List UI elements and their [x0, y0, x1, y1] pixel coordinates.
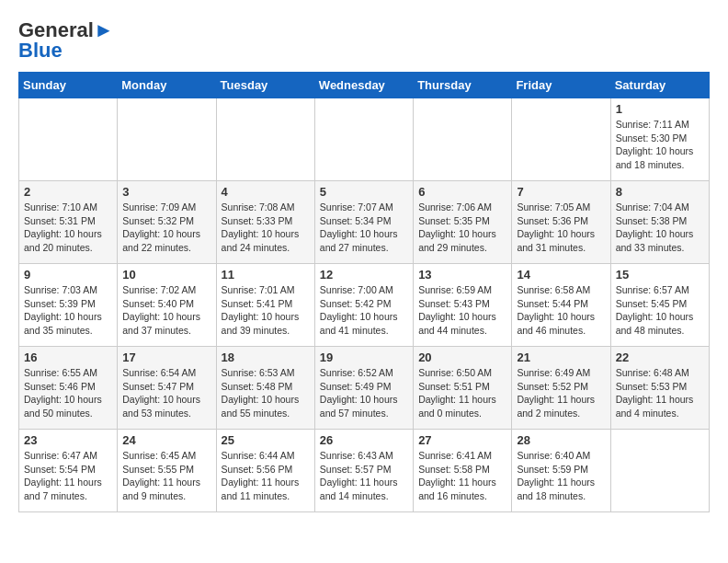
header-friday: Friday — [512, 73, 610, 98]
calendar-cell — [512, 98, 610, 181]
calendar-cell: 11Sunrise: 7:01 AM Sunset: 5:41 PM Dayli… — [216, 264, 314, 347]
day-info: Sunrise: 7:11 AM Sunset: 5:30 PM Dayligh… — [616, 118, 704, 172]
calendar-cell: 22Sunrise: 6:48 AM Sunset: 5:53 PM Dayli… — [610, 347, 709, 430]
day-number: 8 — [616, 185, 704, 199]
header: General► Blue — [18, 18, 710, 63]
day-info: Sunrise: 7:08 AM Sunset: 5:33 PM Dayligh… — [222, 201, 310, 255]
day-info: Sunrise: 6:52 AM Sunset: 5:49 PM Dayligh… — [320, 366, 408, 420]
calendar-cell: 5Sunrise: 7:07 AM Sunset: 5:34 PM Daylig… — [314, 181, 413, 264]
calendar-cell: 3Sunrise: 7:09 AM Sunset: 5:32 PM Daylig… — [118, 181, 216, 264]
calendar-cell — [19, 98, 118, 181]
day-number: 24 — [122, 433, 210, 447]
day-number: 4 — [222, 185, 310, 199]
calendar-cell: 27Sunrise: 6:41 AM Sunset: 5:58 PM Dayli… — [414, 430, 512, 512]
header-saturday: Saturday — [610, 73, 709, 98]
day-info: Sunrise: 7:10 AM Sunset: 5:31 PM Dayligh… — [24, 201, 112, 255]
day-info: Sunrise: 7:05 AM Sunset: 5:36 PM Dayligh… — [517, 201, 605, 255]
calendar-cell: 26Sunrise: 6:43 AM Sunset: 5:57 PM Dayli… — [314, 430, 413, 512]
day-info: Sunrise: 6:49 AM Sunset: 5:52 PM Dayligh… — [517, 366, 605, 420]
day-number: 5 — [320, 185, 408, 199]
day-info: Sunrise: 7:09 AM Sunset: 5:32 PM Dayligh… — [122, 201, 210, 255]
week-row-4: 16Sunrise: 6:55 AM Sunset: 5:46 PM Dayli… — [19, 347, 710, 430]
calendar-cell: 19Sunrise: 6:52 AM Sunset: 5:49 PM Dayli… — [314, 347, 413, 430]
calendar-cell: 2Sunrise: 7:10 AM Sunset: 5:31 PM Daylig… — [19, 181, 118, 264]
calendar-cell: 28Sunrise: 6:40 AM Sunset: 5:59 PM Dayli… — [512, 430, 610, 512]
day-number: 20 — [418, 350, 506, 364]
week-row-3: 9Sunrise: 7:03 AM Sunset: 5:39 PM Daylig… — [19, 264, 710, 347]
day-info: Sunrise: 6:48 AM Sunset: 5:53 PM Dayligh… — [616, 366, 704, 420]
day-info: Sunrise: 7:00 AM Sunset: 5:42 PM Dayligh… — [320, 283, 408, 338]
header-tuesday: Tuesday — [216, 73, 314, 98]
calendar-cell: 14Sunrise: 6:58 AM Sunset: 5:44 PM Dayli… — [512, 264, 610, 347]
day-number: 17 — [122, 350, 210, 364]
calendar-cell — [414, 98, 512, 181]
calendar-cell: 25Sunrise: 6:44 AM Sunset: 5:56 PM Dayli… — [216, 430, 314, 512]
calendar-table: SundayMondayTuesdayWednesdayThursdayFrid… — [18, 72, 710, 512]
calendar-cell — [314, 98, 413, 181]
day-number: 11 — [222, 268, 310, 282]
day-info: Sunrise: 6:50 AM Sunset: 5:51 PM Dayligh… — [418, 366, 506, 420]
day-info: Sunrise: 7:01 AM Sunset: 5:41 PM Dayligh… — [222, 283, 310, 338]
day-number: 7 — [517, 185, 605, 199]
day-number: 28 — [517, 433, 605, 447]
day-info: Sunrise: 7:03 AM Sunset: 5:39 PM Dayligh… — [24, 283, 112, 338]
day-info: Sunrise: 6:58 AM Sunset: 5:44 PM Dayligh… — [517, 283, 605, 338]
calendar-cell: 13Sunrise: 6:59 AM Sunset: 5:43 PM Dayli… — [414, 264, 512, 347]
calendar-cell: 1Sunrise: 7:11 AM Sunset: 5:30 PM Daylig… — [610, 98, 709, 181]
day-info: Sunrise: 6:57 AM Sunset: 5:45 PM Dayligh… — [616, 283, 704, 338]
calendar-cell: 15Sunrise: 6:57 AM Sunset: 5:45 PM Dayli… — [610, 264, 709, 347]
day-info: Sunrise: 6:55 AM Sunset: 5:46 PM Dayligh… — [24, 366, 112, 420]
day-number: 1 — [616, 102, 704, 116]
day-number: 23 — [24, 433, 112, 447]
day-number: 27 — [418, 433, 506, 447]
day-number: 22 — [616, 350, 704, 364]
day-info: Sunrise: 6:54 AM Sunset: 5:47 PM Dayligh… — [122, 366, 210, 420]
day-number: 12 — [320, 268, 408, 282]
calendar-cell: 7Sunrise: 7:05 AM Sunset: 5:36 PM Daylig… — [512, 181, 610, 264]
calendar-header-row: SundayMondayTuesdayWednesdayThursdayFrid… — [19, 73, 710, 98]
day-info: Sunrise: 6:44 AM Sunset: 5:56 PM Dayligh… — [222, 449, 310, 503]
header-sunday: Sunday — [19, 73, 118, 98]
week-row-5: 23Sunrise: 6:47 AM Sunset: 5:54 PM Dayli… — [19, 430, 710, 512]
day-number: 18 — [222, 350, 310, 364]
calendar-cell: 8Sunrise: 7:04 AM Sunset: 5:38 PM Daylig… — [610, 181, 709, 264]
calendar-cell: 17Sunrise: 6:54 AM Sunset: 5:47 PM Dayli… — [118, 347, 216, 430]
day-number: 19 — [320, 350, 408, 364]
day-info: Sunrise: 6:59 AM Sunset: 5:43 PM Dayligh… — [418, 283, 506, 338]
calendar-cell: 10Sunrise: 7:02 AM Sunset: 5:40 PM Dayli… — [118, 264, 216, 347]
day-info: Sunrise: 7:06 AM Sunset: 5:35 PM Dayligh… — [418, 201, 506, 255]
day-info: Sunrise: 6:45 AM Sunset: 5:55 PM Dayligh… — [122, 449, 210, 503]
header-thursday: Thursday — [414, 73, 512, 98]
day-info: Sunrise: 6:43 AM Sunset: 5:57 PM Dayligh… — [320, 449, 408, 503]
day-number: 21 — [517, 350, 605, 364]
day-number: 10 — [122, 268, 210, 282]
week-row-2: 2Sunrise: 7:10 AM Sunset: 5:31 PM Daylig… — [19, 181, 710, 264]
day-info: Sunrise: 7:02 AM Sunset: 5:40 PM Dayligh… — [122, 283, 210, 338]
day-info: Sunrise: 6:47 AM Sunset: 5:54 PM Dayligh… — [24, 449, 112, 503]
header-wednesday: Wednesday — [314, 73, 413, 98]
week-row-1: 1Sunrise: 7:11 AM Sunset: 5:30 PM Daylig… — [19, 98, 710, 181]
calendar-cell: 9Sunrise: 7:03 AM Sunset: 5:39 PM Daylig… — [19, 264, 118, 347]
day-number: 6 — [418, 185, 506, 199]
calendar-cell — [610, 430, 709, 512]
calendar-cell: 6Sunrise: 7:06 AM Sunset: 5:35 PM Daylig… — [414, 181, 512, 264]
day-info: Sunrise: 6:40 AM Sunset: 5:59 PM Dayligh… — [517, 449, 605, 503]
day-number: 14 — [517, 268, 605, 282]
calendar-cell: 18Sunrise: 6:53 AM Sunset: 5:48 PM Dayli… — [216, 347, 314, 430]
day-number: 25 — [222, 433, 310, 447]
logo-blue-text: Blue — [18, 39, 63, 63]
day-number: 13 — [418, 268, 506, 282]
day-number: 3 — [122, 185, 210, 199]
calendar-cell — [216, 98, 314, 181]
day-number: 16 — [24, 350, 112, 364]
calendar-cell: 4Sunrise: 7:08 AM Sunset: 5:33 PM Daylig… — [216, 181, 314, 264]
calendar-cell: 16Sunrise: 6:55 AM Sunset: 5:46 PM Dayli… — [19, 347, 118, 430]
calendar-cell: 12Sunrise: 7:00 AM Sunset: 5:42 PM Dayli… — [314, 264, 413, 347]
day-info: Sunrise: 6:53 AM Sunset: 5:48 PM Dayligh… — [222, 366, 310, 420]
calendar-cell: 24Sunrise: 6:45 AM Sunset: 5:55 PM Dayli… — [118, 430, 216, 512]
day-number: 15 — [616, 268, 704, 282]
day-number: 9 — [24, 268, 112, 282]
day-number: 26 — [320, 433, 408, 447]
header-monday: Monday — [118, 73, 216, 98]
calendar-cell — [118, 98, 216, 181]
